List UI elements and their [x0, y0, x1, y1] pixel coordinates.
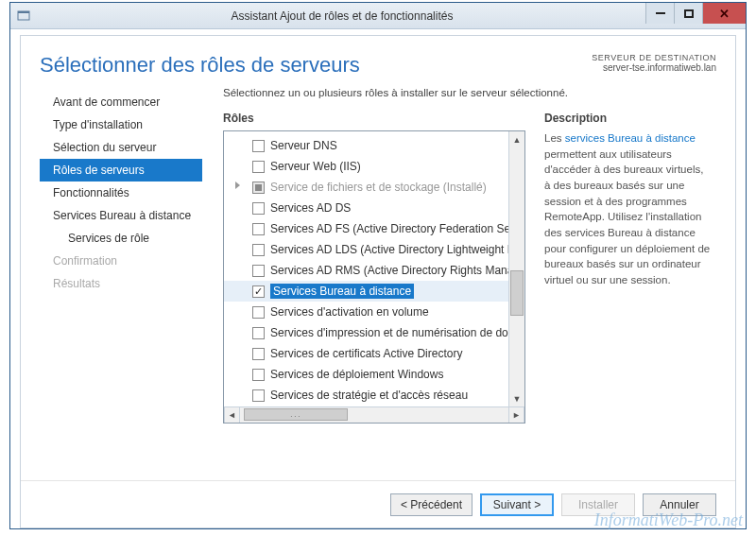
- role-checkbox[interactable]: [252, 348, 265, 360]
- role-checkbox[interactable]: [252, 161, 265, 173]
- role-checkbox[interactable]: [252, 223, 265, 235]
- destination-label: SERVEUR DE DESTINATION: [592, 53, 716, 62]
- scroll-up-icon[interactable]: ▲: [509, 131, 524, 147]
- roles-list-inner: Serveur DNSServeur Web (IIS)Service de f…: [224, 131, 524, 406]
- scroll-track[interactable]: [509, 147, 524, 390]
- desc-prefix: Les: [544, 132, 565, 144]
- titlebar[interactable]: Assistant Ajout de rôles et de fonctionn…: [10, 3, 746, 29]
- close-button[interactable]: ✕: [702, 3, 746, 24]
- scroll-right-icon[interactable]: ►: [508, 407, 524, 423]
- nav-installation-type[interactable]: Type d'installation: [40, 113, 202, 136]
- nav-server-roles[interactable]: Rôles de serveurs: [40, 159, 202, 182]
- nav-sidebar: Avant de commencer Type d'installation S…: [40, 87, 202, 475]
- wizard-footer: < Précédent Suivant > Installer Annuler: [21, 480, 735, 527]
- roles-label: Rôles: [223, 112, 525, 125]
- horizontal-scrollbar[interactable]: ◄ ․․․ ►: [224, 406, 524, 423]
- window-title: Assistant Ajout de rôles et de fonctionn…: [39, 9, 645, 23]
- role-label: Services d'impression et de numérisation…: [270, 326, 524, 339]
- role-item[interactable]: Services d'activation en volume: [224, 302, 524, 322]
- role-label: Serveur DNS: [270, 139, 337, 152]
- description-text: Les services Bureau à distance permetten…: [544, 130, 711, 288]
- roles-column: Rôles Serveur DNSServeur Web (IIS)Servic…: [223, 112, 525, 475]
- hscroll-thumb[interactable]: ․․․: [244, 408, 348, 421]
- role-label: Services AD DS: [270, 201, 351, 215]
- role-item[interactable]: Services WSUS (Windows Server Update Ser…: [224, 406, 524, 406]
- maximize-button[interactable]: [674, 3, 702, 24]
- role-checkbox[interactable]: [252, 202, 265, 215]
- page-title: Sélectionner des rôles de serveurs: [40, 53, 360, 78]
- role-item[interactable]: Services de certificats Active Directory: [224, 343, 524, 364]
- desc-link[interactable]: services Bureau à distance: [565, 132, 696, 144]
- role-label: Services AD RMS (Active Directory Rights…: [270, 264, 524, 277]
- role-checkbox[interactable]: [252, 389, 265, 402]
- vertical-scrollbar[interactable]: ▲ ▼: [508, 131, 524, 406]
- description-label: Description: [544, 112, 711, 125]
- role-checkbox[interactable]: [252, 182, 265, 194]
- main-row: Rôles Serveur DNSServeur Web (IIS)Servic…: [223, 112, 711, 475]
- role-checkbox[interactable]: [252, 285, 265, 298]
- role-item[interactable]: Serveur Web (IIS): [224, 156, 524, 177]
- destination-block: SERVEUR DE DESTINATION server-tse.inform…: [592, 53, 716, 73]
- role-label: Serveur Web (IIS): [270, 160, 361, 173]
- nav-server-selection[interactable]: Sélection du serveur: [40, 136, 202, 159]
- expand-icon[interactable]: [235, 182, 240, 189]
- nav-rds[interactable]: Services Bureau à distance: [40, 204, 202, 227]
- hscroll-track[interactable]: ․․․: [240, 407, 508, 423]
- page-header: Sélectionner des rôles de serveurs SERVE…: [40, 53, 716, 78]
- role-item[interactable]: Services AD DS: [224, 198, 524, 218]
- role-item[interactable]: Services de stratégie et d'accès réseau: [224, 385, 524, 406]
- role-item[interactable]: Serveur DNS: [224, 135, 524, 156]
- scroll-down-icon[interactable]: ▼: [509, 390, 524, 406]
- role-item[interactable]: Services AD LDS (Active Directory Lightw…: [224, 239, 524, 260]
- main-pane: Sélectionnez un ou plusieurs rôles à ins…: [202, 87, 716, 475]
- next-button[interactable]: Suivant >: [480, 493, 554, 516]
- role-label: Services de stratégie et d'accès réseau: [270, 389, 468, 402]
- role-item[interactable]: Services AD FS (Active Directory Federat…: [224, 218, 524, 239]
- role-label: Services AD FS (Active Directory Federat…: [270, 222, 524, 235]
- destination-server: server-tse.informatiweb.lan: [592, 62, 716, 73]
- window-buttons: ✕: [645, 3, 746, 28]
- role-label: Services de certificats Active Directory: [270, 347, 462, 360]
- content-frame: Sélectionner des rôles de serveurs SERVE…: [10, 29, 746, 528]
- role-checkbox[interactable]: [252, 306, 265, 319]
- previous-button[interactable]: < Précédent: [390, 493, 472, 516]
- role-checkbox[interactable]: [252, 244, 265, 256]
- role-item[interactable]: Services Bureau à distance: [224, 281, 524, 302]
- role-label: Services d'activation en volume: [270, 305, 429, 319]
- role-checkbox[interactable]: [252, 369, 265, 381]
- wizard-window: Assistant Ajout de rôles et de fonctionn…: [9, 2, 747, 529]
- nav-features[interactable]: Fonctionnalités: [40, 182, 202, 204]
- body: Avant de commencer Type d'installation S…: [40, 87, 716, 475]
- svg-rect-1: [18, 11, 29, 13]
- role-checkbox[interactable]: [252, 265, 265, 277]
- role-label: Services AD LDS (Active Directory Lightw…: [270, 243, 524, 256]
- nav-role-services[interactable]: Services de rôle: [40, 227, 202, 250]
- roles-listbox[interactable]: Serveur DNSServeur Web (IIS)Service de f…: [223, 130, 525, 424]
- cancel-button[interactable]: Annuler: [643, 493, 716, 516]
- role-checkbox[interactable]: [252, 327, 265, 339]
- role-label: Service de fichiers et de stockage (Inst…: [270, 181, 487, 194]
- instruction-text: Sélectionnez un ou plusieurs rôles à ins…: [223, 87, 711, 98]
- scroll-thumb[interactable]: [510, 270, 524, 316]
- desc-rest: permettent aux utilisateurs d'accéder à …: [544, 148, 710, 285]
- role-item[interactable]: Services AD RMS (Active Directory Rights…: [224, 260, 524, 281]
- role-label: Services Bureau à distance: [270, 284, 414, 299]
- role-checkbox[interactable]: [252, 140, 265, 152]
- install-button: Installer: [561, 493, 635, 516]
- role-item[interactable]: Services de déploiement Windows: [224, 364, 524, 385]
- role-item[interactable]: Service de fichiers et de stockage (Inst…: [224, 177, 524, 198]
- minimize-button[interactable]: [645, 3, 674, 24]
- nav-confirmation: Confirmation: [40, 250, 202, 272]
- nav-before-you-begin[interactable]: Avant de commencer: [40, 91, 202, 113]
- role-label: Services de déploiement Windows: [270, 368, 443, 381]
- nav-results: Résultats: [40, 272, 202, 295]
- app-icon: [16, 9, 31, 24]
- description-column: Description Les services Bureau à distan…: [544, 112, 711, 475]
- role-item[interactable]: Services d'impression et de numérisation…: [224, 322, 524, 343]
- scroll-left-icon[interactable]: ◄: [224, 407, 240, 423]
